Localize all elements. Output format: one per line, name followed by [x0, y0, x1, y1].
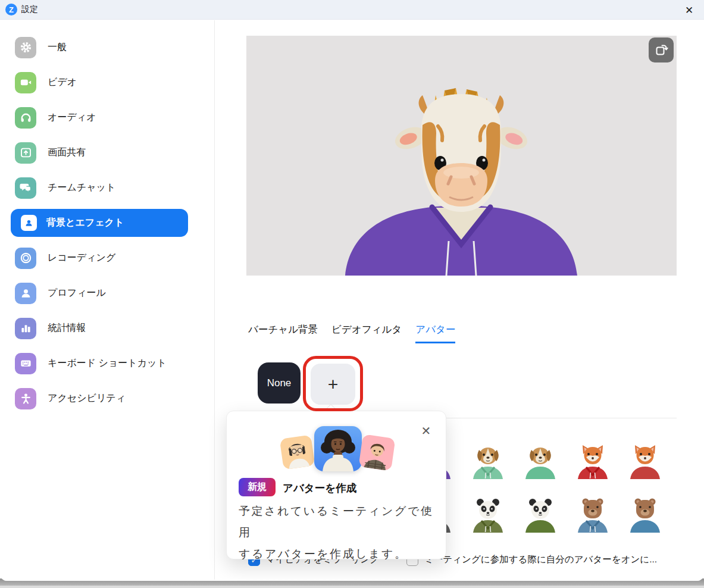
sidebar-item-audio[interactable]: オーディオ	[0, 100, 214, 135]
settings-window: Z 設定 ✕ 一般 ビデオ オーディオ 画面共有 チームチャット 背景とエフェク…	[0, 0, 704, 581]
avatar-none-button[interactable]: None	[258, 362, 301, 404]
add-avatar-button[interactable]: +	[311, 364, 355, 405]
zoom-logo-icon: Z	[5, 4, 17, 15]
profile-icon	[15, 283, 36, 304]
screen-share-icon	[15, 142, 36, 164]
window-title: 設定	[21, 4, 38, 15]
gear-icon	[15, 37, 36, 58]
sidebar-item-statistics[interactable]: 統計情報	[0, 311, 214, 346]
popup-title: アバターを作成	[283, 481, 356, 495]
accessibility-icon	[15, 388, 36, 409]
avatar-option-bear-hoodie[interactable]	[574, 495, 612, 533]
bar-chart-icon	[15, 318, 36, 339]
create-avatar-popup: ✕	[226, 411, 446, 559]
avatar-option-fox-tshirt[interactable]	[626, 441, 664, 479]
tab-video-filter[interactable]: ビデオフィルタ	[331, 323, 402, 343]
taskbar-edge-light	[0, 586, 704, 588]
sidebar-item-video[interactable]: ビデオ	[0, 65, 214, 100]
sidebar-item-team-chat[interactable]: チームチャット	[0, 170, 214, 205]
background-effects-icon	[21, 215, 37, 231]
sidebar-item-keyboard-shortcuts[interactable]: キーボード ショートカット	[0, 346, 214, 381]
video-camera-icon	[15, 72, 36, 93]
sidebar-item-profile[interactable]: プロフィール	[0, 276, 214, 311]
checkbox-label: ミーティングに参加する際に自分のアバターをオンに...	[424, 553, 657, 566]
person-plaid-shirt-avatar	[358, 434, 395, 471]
avatar-option-panda-tshirt[interactable]	[521, 495, 559, 533]
popup-close-button[interactable]: ✕	[420, 424, 433, 437]
keyboard-icon	[15, 353, 36, 374]
window-close-button[interactable]: ✕	[681, 2, 697, 18]
chat-bubbles-icon	[15, 177, 36, 199]
tab-virtual-background[interactable]: バーチャル背景	[248, 323, 318, 343]
avatar-option-dog-hoodie[interactable]	[469, 441, 507, 479]
avatar-preview	[246, 36, 677, 276]
tab-avatar[interactable]: アバター	[415, 323, 455, 343]
avatar-option-dog-tshirt[interactable]	[521, 441, 559, 479]
tabs: バーチャル背景ビデオフィルタアバター	[248, 323, 455, 343]
avatar-option-fox-hoodie[interactable]	[574, 441, 612, 479]
rotate-device-icon	[654, 43, 668, 57]
popup-description: 予定されているミーティングで使用 するアバターを作成します。	[239, 501, 446, 565]
sidebar-item-general[interactable]: 一般	[0, 30, 214, 65]
titlebar: Z 設定 ✕	[0, 0, 704, 20]
sidebar-nav: 一般 ビデオ オーディオ 画面共有 チームチャット 背景とエフェクト レコーディ…	[0, 30, 214, 416]
cow-avatar-image	[246, 36, 677, 276]
avatar-option-bear-tshirt[interactable]	[626, 495, 664, 533]
new-badge: 新規	[239, 478, 276, 496]
person-glasses-avatar	[280, 435, 315, 470]
headphones-icon	[15, 107, 36, 129]
main-content: バーチャル背景ビデオフィルタアバター None + ✓マイビデオをミラーリングミ…	[215, 20, 704, 581]
sidebar-item-background-effects[interactable]: 背景とエフェクト	[11, 209, 188, 237]
person-curly-hair-avatar	[314, 426, 362, 471]
record-icon	[15, 248, 36, 269]
sidebar-item-accessibility[interactable]: アクセシビリティ	[0, 381, 214, 416]
sidebar: 一般 ビデオ オーディオ 画面共有 チームチャット 背景とエフェクト レコーディ…	[0, 20, 214, 581]
sidebar-item-recording[interactable]: レコーディング	[0, 240, 214, 276]
avatar-option-panda-hoodie[interactable]	[469, 495, 507, 533]
sidebar-item-screen-share[interactable]: 画面共有	[0, 135, 214, 170]
rotate-avatar-button[interactable]	[649, 37, 674, 62]
